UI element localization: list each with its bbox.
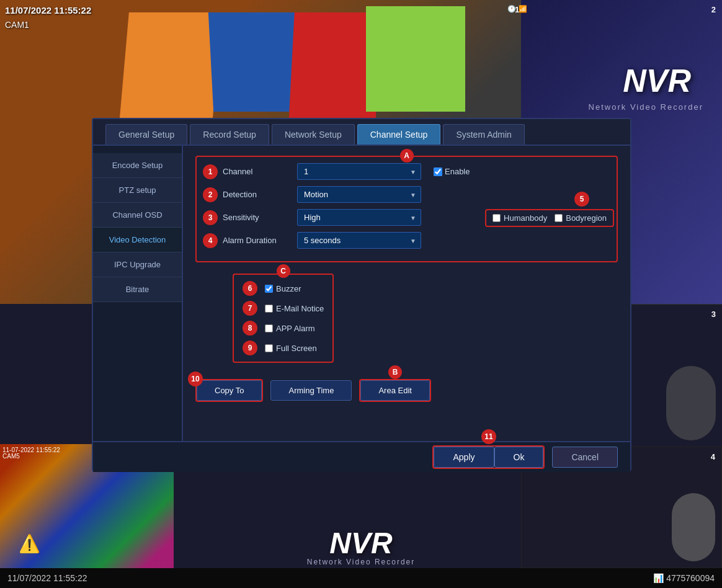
row-num-5: 5 (574, 192, 589, 207)
tab-system-admin[interactable]: System Admin (443, 124, 524, 145)
row-num-6: 6 (243, 281, 257, 296)
tab-general-setup[interactable]: General Setup (105, 124, 187, 145)
sidebar-item-bitrate[interactable]: Bitrate (93, 277, 182, 302)
buzzer-checkbox[interactable] (265, 285, 273, 293)
bottom-code-icon: 📊 (653, 573, 664, 583)
app-checkbox[interactable] (265, 324, 273, 332)
row-num-2: 2 (203, 187, 218, 202)
badge-a: A (400, 149, 414, 163)
ok-button[interactable]: Ok (494, 447, 544, 468)
tab-record-setup[interactable]: Record Setup (190, 124, 269, 145)
row-num-10: 10 (188, 372, 203, 386)
bottom-nvr-area: NVR Network Video Recorder (307, 526, 416, 566)
enable-checkbox[interactable] (434, 167, 442, 176)
device-image-4 (672, 493, 715, 561)
cancel-button[interactable]: Cancel (552, 447, 618, 468)
dialog-content: Encode Setup PTZ setup Channel OSD Video… (93, 146, 630, 441)
tab-bar: General Setup Record Setup Network Setup… (93, 119, 630, 146)
alarm-duration-label: Alarm Duration (223, 236, 297, 245)
timestamp-overlay: 11/07/2022 11:55:22 (5, 5, 91, 16)
form-row-sensitivity: 3 Sensitivity High Medium Low 5 (203, 209, 608, 226)
channel-select[interactable]: 1 2 3 4 (297, 163, 421, 180)
badge-b: B (388, 365, 402, 379)
buzzer-label[interactable]: Buzzer (265, 284, 301, 293)
email-checkbox[interactable] (265, 305, 273, 313)
email-label[interactable]: E-Mail Notice (265, 304, 324, 313)
body-options-area: 5 Humanbody Bodyregion (485, 209, 614, 227)
bodyregion-checkbox[interactable] (555, 214, 563, 222)
detection-select[interactable]: Motion None (297, 186, 421, 203)
tab-network-setup[interactable]: Network Setup (272, 124, 355, 145)
detection-select-wrapper: Motion None (297, 186, 421, 203)
cam-num-4: 4 (711, 452, 715, 461)
row-num-4: 4 (203, 233, 218, 248)
sidebar-item-ptz-setup[interactable]: PTZ setup (93, 178, 182, 203)
fullscreen-label[interactable]: Full Screen (265, 344, 317, 353)
sidebar-item-encode-setup[interactable]: Encode Setup (93, 153, 182, 178)
arming-time-button[interactable]: Arming Time (270, 380, 352, 401)
form-row-detection: 2 Detection Motion None (203, 186, 608, 203)
cam1-status-icons: 🕐 📶 (507, 5, 527, 13)
check-row-buzzer: 6 Buzzer (243, 281, 324, 296)
section-c-wrapper: C 6 Buzzer 7 (233, 271, 334, 363)
footer-action-border: Apply Ok (432, 445, 545, 469)
check-row-email: 7 E-Mail Notice (243, 301, 324, 316)
main-panel: A 1 Channel 1 2 3 4 (183, 146, 630, 441)
dialog-footer: 11 Apply Ok Cancel (93, 441, 630, 472)
bottom-nvr-subtitle: Network Video Recorder (307, 558, 416, 566)
bottom-right-info: 📊 4775760094 (653, 573, 715, 583)
bottom-timestamp: 11/07/2022 11:55:22 (7, 573, 87, 583)
check-row-app: 8 APP Alarm (243, 321, 324, 336)
alert-icon: ⚠️ (19, 533, 40, 554)
alarm-duration-select[interactable]: 5 seconds 10 seconds 30 seconds (297, 232, 421, 249)
apply-button[interactable]: Apply (434, 447, 494, 468)
channel-label: Channel (223, 167, 297, 176)
row-num-3: 3 (203, 210, 218, 225)
body-options-box: Humanbody Bodyregion (485, 209, 614, 227)
main-dialog: General Setup Record Setup Network Setup… (92, 118, 631, 471)
section-a-box: 1 Channel 1 2 3 4 (195, 156, 618, 262)
row-num-9: 9 (243, 341, 257, 355)
copy-to-wrapper: 10 Copy To (195, 379, 263, 402)
nvr-logo-top: NVR (623, 62, 691, 99)
sensitivity-label: Sensitivity (223, 213, 297, 222)
channel-select-wrapper: 1 2 3 4 (297, 163, 421, 180)
clock-icon-1: 🕐 (507, 5, 516, 13)
sidebar: Encode Setup PTZ setup Channel OSD Video… (93, 146, 183, 441)
cam-num-2: 2 (711, 5, 716, 14)
sensitivity-select[interactable]: High Medium Low (297, 209, 421, 226)
area-edit-button[interactable]: Area Edit (360, 380, 429, 401)
app-label[interactable]: APP Alarm (265, 324, 315, 333)
area-edit-border: Area Edit (359, 379, 430, 402)
bottom-buttons-row: 10 Copy To Arming Time B Area Edit (195, 379, 618, 402)
alarm-duration-select-wrapper: 5 seconds 10 seconds 30 seconds (297, 232, 421, 249)
footer-buttons-wrapper: 11 Apply Ok (432, 445, 545, 469)
row-num-11: 11 (481, 429, 496, 444)
bodyregion-option[interactable]: Bodyregion (555, 213, 607, 223)
device-image-3 (666, 366, 716, 440)
nvr-subtitle-top: Network Video Recorder (589, 102, 703, 112)
enable-checkbox-group: Enable (434, 167, 470, 176)
check-row-fullscreen: 9 Full Screen (243, 341, 324, 355)
form-row-alarm-duration: 4 Alarm Duration 5 seconds 10 seconds 30… (203, 232, 608, 249)
humanbody-checkbox[interactable] (492, 214, 501, 222)
humanbody-option[interactable]: Humanbody (492, 213, 547, 223)
section-b-wrapper: B Area Edit (359, 379, 430, 402)
bottom-nvr-logo: NVR (307, 526, 416, 560)
copy-to-button[interactable]: Copy To (197, 380, 262, 401)
wifi-icon-1: 📶 (519, 5, 527, 13)
row-num-1: 1 (203, 164, 218, 179)
sidebar-item-ipc-upgrade[interactable]: IPC Upgrade (93, 252, 182, 277)
badge-c: C (277, 264, 290, 278)
detection-label: Detection (223, 190, 297, 199)
form-row-channel: 1 Channel 1 2 3 4 (203, 163, 608, 180)
cam-label-overlay: CAM1 (5, 20, 29, 30)
sensitivity-select-wrapper: High Medium Low (297, 209, 421, 226)
bottom-bar: 11/07/2022 11:55:22 📊 4775760094 (0, 568, 722, 588)
tab-channel-setup[interactable]: Channel Setup (357, 124, 441, 145)
sidebar-item-video-detection[interactable]: Video Detection (93, 228, 182, 252)
enable-label[interactable]: Enable (434, 167, 470, 176)
fullscreen-checkbox[interactable] (265, 344, 273, 352)
section-c-box: 6 Buzzer 7 E-Mail Notice (233, 274, 334, 363)
sidebar-item-channel-osd[interactable]: Channel OSD (93, 203, 182, 228)
